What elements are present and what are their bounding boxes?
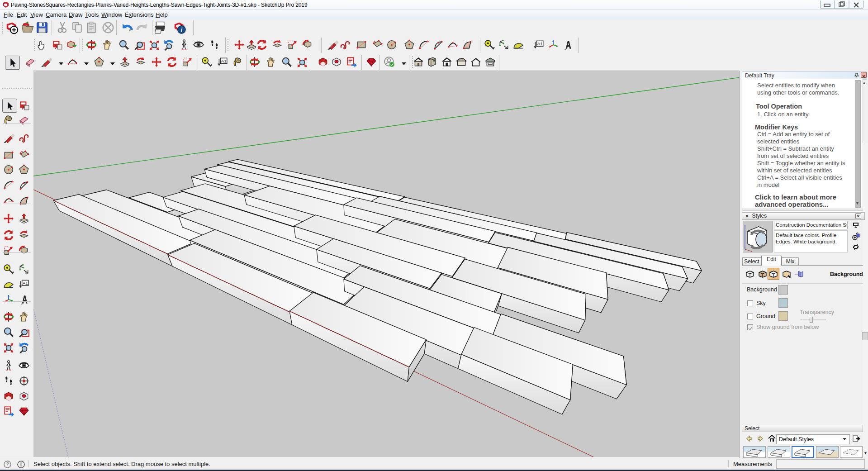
svg-text:i: i	[20, 461, 22, 468]
svg-text:?: ?	[6, 461, 9, 467]
